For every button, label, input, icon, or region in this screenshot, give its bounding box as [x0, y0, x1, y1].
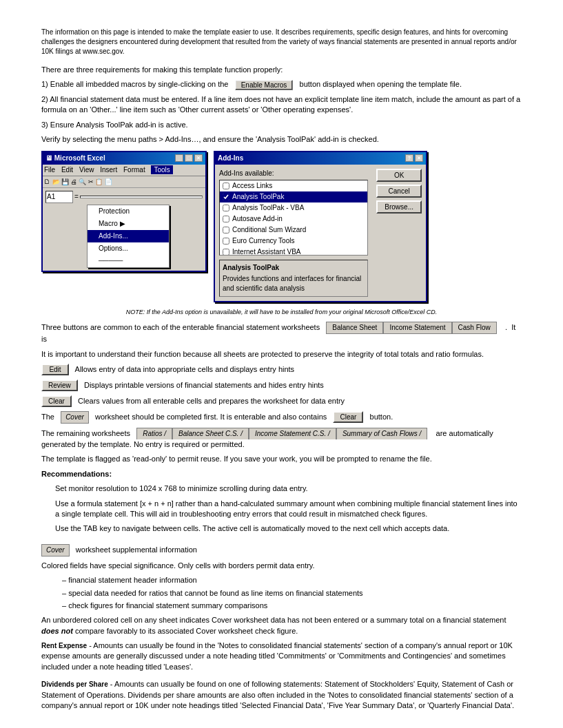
tools-menu-dropdown: Protection Macro ▶ Add-Ins... Options...… [87, 205, 170, 268]
addin-access-links[interactable]: Access Links [220, 180, 367, 191]
requirement-3-line1: 3) Ensure Analysis ToolPak add-in is act… [41, 120, 522, 130]
remaining-prefix: The remaining worksheets [41, 429, 134, 437]
addin-checkbox-analysis[interactable] [223, 194, 229, 200]
tab-cash-flow[interactable]: Cash Flow [452, 322, 497, 334]
addins-titlebar-buttons: ? ✕ [405, 154, 423, 162]
tab-income-statement[interactable]: Income Statement [383, 322, 451, 334]
excel-menubar[interactable]: File Edit View Insert Format Tools [43, 165, 205, 176]
macro-item[interactable]: Macro ▶ [88, 218, 169, 230]
excel-body: A1 = Protection Macro ▶ Add-Ins... Optio… [43, 188, 205, 271]
menu-file[interactable]: File [44, 166, 55, 174]
dividends-title: Dividends per Share [41, 680, 108, 688]
cover-tab-label[interactable]: Cover [61, 411, 89, 424]
does-not-text: does not [41, 627, 73, 635]
formula-input[interactable] [80, 196, 203, 198]
addin-checkbox-condsum[interactable] [223, 227, 229, 233]
options-item[interactable]: Options... [88, 242, 169, 255]
addin-condsum[interactable]: Conditional Sum Wizard [220, 225, 367, 236]
review-row: Review Displays printable versions of fi… [41, 379, 522, 391]
maximize-button[interactable]: □ [185, 154, 193, 162]
addins-titlebar: Add-Ins ? ✕ [215, 152, 426, 165]
addin-euro[interactable]: Euro Currency Tools [220, 236, 367, 247]
menu-tools[interactable]: Tools [151, 165, 172, 174]
requirement-1: 1) Enable all imbedded macros by single-… [41, 79, 522, 90]
addins-help-button[interactable]: ? [405, 154, 413, 162]
rent-expense: Rent Expense - Amounts can usually be fo… [41, 641, 522, 672]
addins-listbox[interactable]: Access Links Analysis ToolPak Analysis T… [219, 180, 368, 256]
colored-items: – financial statement header information… [41, 575, 522, 611]
rec-3: Use the TAB key to navigate between cell… [55, 523, 522, 534]
tab-cash-flows-summary[interactable]: Summary of Cash Flows / [336, 428, 427, 439]
req1-prefix: 1) Enable all imbedded macros by single-… [41, 80, 228, 88]
rent-title: Rent Expense [41, 642, 87, 649]
minimize-button[interactable]: _ [175, 154, 183, 162]
close-button[interactable]: ✕ [194, 154, 203, 162]
req1-suffix: button displayed when opening the templa… [300, 80, 462, 88]
tab-income-stmt-cs[interactable]: Income Statement C.S. / [249, 428, 336, 439]
rent-text: - Amounts can usually be found in the 'N… [41, 641, 513, 671]
addins-description: Analysis ToolPak Provides functions and … [219, 260, 368, 297]
addins-browse-button[interactable]: Browse... [376, 200, 422, 214]
name-box[interactable]: A1 [45, 191, 73, 203]
edit-button[interactable]: Edit [41, 364, 69, 375]
menu-format[interactable]: Format [123, 166, 145, 174]
cover-supplemental: Cover worksheet supplemental information… [41, 544, 522, 636]
clear-desc: Clears values from all enterable cells a… [78, 397, 345, 405]
addins-item[interactable]: Add-Ins... [88, 230, 169, 242]
dividends-section: Dividends per Share - Amounts can usuall… [41, 679, 522, 711]
menu-insert[interactable]: Insert [100, 166, 117, 174]
menu-view[interactable]: View [79, 166, 94, 174]
addin-checkbox-internet[interactable] [223, 249, 229, 256]
readonly-note: The template is flagged as 'read-only' t… [41, 454, 522, 464]
addins-cancel-button[interactable]: Cancel [376, 185, 422, 198]
cover-clear-button[interactable]: Clear [333, 411, 363, 423]
requirements-title: There are three requirements for making … [41, 65, 522, 75]
enable-macros-button[interactable]: Enable Macros [235, 80, 294, 90]
excel-dialog-area: 🖥 Microsoft Excel _ □ ✕ File Edit View I… [41, 151, 522, 302]
tab-balance-sheet[interactable]: Balance Sheet [326, 322, 383, 334]
addins-close-button[interactable]: ✕ [415, 154, 423, 162]
review-button[interactable]: Review [41, 379, 78, 391]
addin-checkbox-euro[interactable] [223, 238, 229, 245]
addins-desc-text: Provides functions and interfaces for fi… [223, 274, 365, 293]
cover-sup-intro: Colored fields have special significance… [41, 561, 522, 571]
addin-checkbox-vba[interactable] [223, 205, 229, 211]
intro-paragraph: The information on this page is intended… [41, 28, 522, 56]
addins-ok-button[interactable]: OK [376, 169, 422, 182]
clear-button[interactable]: Clear [41, 395, 72, 407]
remaining-worksheets: The remaining worksheets Ratios / Balanc… [41, 428, 522, 450]
rec-2: Use a formula statement [x + n + n] rath… [55, 499, 522, 520]
colored-item-2: – special data needed for ratios that ca… [62, 588, 522, 599]
titlebar-buttons: _ □ ✕ [175, 154, 203, 162]
cover-sup-tab[interactable]: Cover [41, 544, 70, 557]
addin-checkbox-autosave[interactable] [223, 216, 229, 222]
page-content: The information on this page is intended… [41, 28, 522, 711]
dividends-body: - Amounts can usually be found on one of… [41, 680, 514, 709]
addin-checkbox-access[interactable] [223, 183, 229, 189]
rec-1: Set monitor resolution to 1024 x 768 to … [55, 483, 522, 494]
requirement-2: 2) All financial statement data must be … [41, 94, 522, 116]
addins-body: Add-Ins available: Access Links Analysis… [215, 165, 426, 301]
addin-internet[interactable]: Internet Assistant VBA [220, 247, 367, 256]
review-desc: Displays printable versions of financial… [84, 381, 324, 389]
menu-edit[interactable]: Edit [61, 166, 73, 174]
addins-dialog: Add-Ins ? ✕ Add-Ins available: Access Li… [214, 151, 427, 302]
dividends-text: Dividends per Share - Amounts can usuall… [41, 679, 522, 711]
remaining-tabs: Ratios / Balance Sheet C.S. / Income Sta… [136, 428, 427, 439]
tab-balance-sheet-cs[interactable]: Balance Sheet C.S. / [172, 428, 249, 439]
excel-titlebar: 🖥 Microsoft Excel _ □ ✕ [43, 152, 205, 165]
addins-title: Add-Ins [218, 154, 243, 163]
cover-end: button. [370, 413, 393, 421]
note-text: NOTE: If the Add-Ins option is unavailab… [41, 308, 522, 317]
addin-autosave[interactable]: Autosave Add-in [220, 214, 367, 225]
common-buttons-detail: It is important to understand their func… [41, 349, 522, 360]
recommendations-title: Recommendations: [41, 469, 522, 479]
excel-title: 🖥 Microsoft Excel [45, 154, 105, 163]
tab-ratios[interactable]: Ratios / [136, 428, 172, 439]
cover-middle: worksheet should be completed first. It … [95, 413, 327, 421]
addin-analysis-vba[interactable]: Analysis ToolPak - VBA [220, 202, 367, 214]
clear-row: Clear Clears values from all enterable c… [41, 395, 522, 407]
addin-analysis-toolpak[interactable]: Analysis ToolPak [220, 191, 367, 202]
cover-note: The Cover worksheet should be completed … [41, 411, 522, 424]
protection-item[interactable]: Protection [88, 205, 169, 218]
